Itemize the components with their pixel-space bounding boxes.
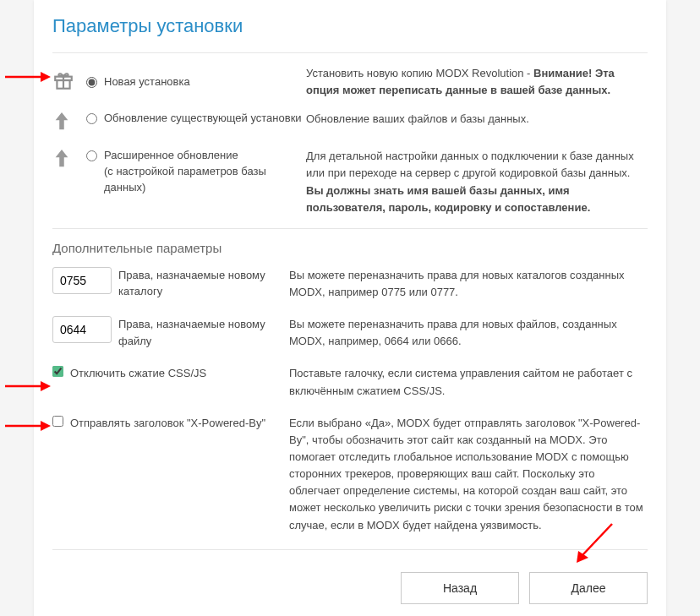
file-perms-desc: Вы можете переназначить права для новых … xyxy=(289,316,648,350)
extra-params-title: Дополнительные параметры xyxy=(52,241,648,255)
file-perms-left: Права, назначаемые новому файлу xyxy=(52,316,289,349)
install-options-panel: Параметры установки Новая установка Уста… xyxy=(34,0,666,616)
radio-advanced[interactable] xyxy=(86,150,97,161)
option-new-install-row: Новая установка Установить новую копию M… xyxy=(52,65,648,99)
disable-compress-left: Отключить сжатие CSS/JS xyxy=(52,365,289,382)
option-update-desc: Обновление ваших файлов и базы данных. xyxy=(306,111,648,128)
folder-perms-label: Права, назначаемые новому каталогу xyxy=(118,267,289,300)
file-perms-label: Права, назначаемые новому файлу xyxy=(118,316,289,349)
page-title: Параметры установки xyxy=(52,15,648,37)
separator xyxy=(52,549,648,550)
disable-compress-label: Отключить сжатие CSS/JS xyxy=(70,365,206,382)
option-new-install-left: Новая установка xyxy=(86,74,306,90)
arrow-up-icon xyxy=(52,148,86,173)
option-advanced-desc: Для детальной настройки данных о подключ… xyxy=(306,148,648,216)
option-advanced-left: Расширенное обновление (с настройкой пар… xyxy=(86,148,306,196)
xpowered-desc: Если выбрано «Да», MODX будет отправлять… xyxy=(289,415,648,534)
next-button[interactable]: Далее xyxy=(529,572,648,604)
folder-perms-desc: Вы можете переназначить права для новых … xyxy=(289,267,648,301)
radio-advanced-label: Расширенное обновление (с настройкой пар… xyxy=(104,148,306,196)
option-advanced-row: Расширенное обновление (с настройкой пар… xyxy=(52,148,648,216)
option-update-left: Обновление существующей установки xyxy=(86,111,306,127)
xpowered-row: Отправлять заголовок "X-Powered-By" Если… xyxy=(52,415,648,534)
disable-compress-desc: Поставьте галочку, если система управлен… xyxy=(289,365,648,399)
radio-update[interactable] xyxy=(86,113,97,124)
separator xyxy=(52,228,648,229)
disable-compress-row: Отключить сжатие CSS/JS Поставьте галочк… xyxy=(52,365,648,399)
xpowered-label: Отправлять заголовок "X-Powered-By" xyxy=(70,415,265,432)
radio-new-install-label: Новая установка xyxy=(104,74,190,90)
disable-compress-checkbox[interactable] xyxy=(52,366,63,377)
option-update-row: Обновление существующей установки Обновл… xyxy=(52,111,648,136)
radio-new-install[interactable] xyxy=(86,77,97,88)
arrow-up-icon xyxy=(52,111,86,136)
folder-perms-row: Права, назначаемые новому каталогу Вы мо… xyxy=(52,267,648,301)
xpowered-left: Отправлять заголовок "X-Powered-By" xyxy=(52,415,289,432)
back-button[interactable]: Назад xyxy=(401,572,519,604)
separator xyxy=(52,52,648,53)
xpowered-checkbox[interactable] xyxy=(52,416,63,427)
folder-perms-left: Права, назначаемые новому каталогу xyxy=(52,267,289,300)
gift-icon xyxy=(52,69,86,95)
folder-perms-input[interactable] xyxy=(52,267,112,294)
button-row: Назад Далее xyxy=(52,572,648,604)
file-perms-input[interactable] xyxy=(52,316,112,343)
option-new-install-desc: Установить новую копию MODX Revolution -… xyxy=(306,65,648,99)
radio-update-label: Обновление существующей установки xyxy=(104,111,302,127)
file-perms-row: Права, назначаемые новому файлу Вы может… xyxy=(52,316,648,350)
